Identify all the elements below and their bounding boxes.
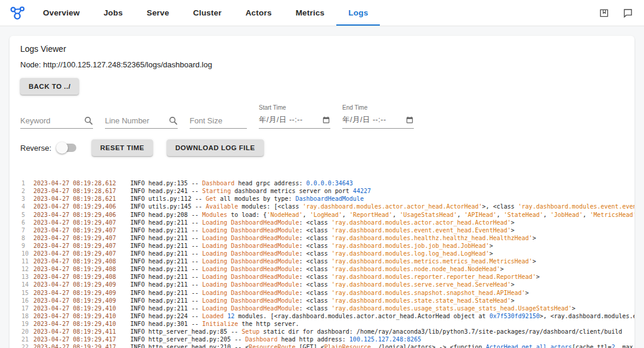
log-line-text: 2023-04-27 08:19:29,406 INFO head.py:208… — [33, 211, 634, 219]
log-line: 152023-04-27 08:19:29,409 INFO head.py:2… — [10, 289, 634, 297]
log-line-number: 20 — [10, 328, 33, 335]
log-line-number: 13 — [10, 273, 33, 281]
top-nav-bar: Overview Jobs Serve Cluster Actors Metri… — [0, 0, 644, 26]
log-line: 222023-04-27 08:19:29,417 INFO http_serv… — [10, 343, 634, 348]
line-number-field-wrap — [105, 116, 178, 129]
log-line-number: 8 — [10, 234, 33, 242]
back-button[interactable]: BACK TO ../ — [20, 78, 79, 95]
log-line: 62023-04-27 08:19:29,407 INFO head.py:21… — [10, 219, 634, 226]
log-line-number: 1 — [10, 179, 33, 187]
filter-row: Start Time 年/月/日 --:-- End Time 年/月/日 --… — [10, 104, 634, 129]
header-actions — [599, 0, 633, 26]
node-log-path: Node: http://100.125.127.248:52365/logs/… — [20, 60, 624, 69]
reset-time-button[interactable]: RESET TIME — [92, 139, 153, 156]
tab-metrics[interactable]: Metrics — [284, 0, 337, 26]
log-line-number: 22 — [10, 343, 33, 348]
log-viewer[interactable]: 12023-04-27 08:19:28,612 INFO head.py:13… — [10, 164, 634, 348]
log-line: 202023-04-27 08:19:29,411 INFO http_serv… — [10, 328, 634, 335]
log-line: 42023-04-27 08:19:29,406 INFO utils.py:1… — [10, 203, 634, 210]
log-line: 72023-04-27 08:19:29,407 INFO head.py:21… — [10, 226, 634, 234]
log-line: 132023-04-27 08:19:29,408 INFO head.py:2… — [10, 273, 634, 281]
log-line-text: 2023-04-27 08:19:29,406 INFO utils.py:14… — [33, 203, 634, 210]
datetime-placeholder: 年/月/日 --:-- — [342, 115, 386, 125]
log-line: 212023-04-27 08:19:29,417 INFO http_serv… — [10, 335, 634, 343]
tab-serve[interactable]: Serve — [135, 0, 181, 26]
tab-jobs[interactable]: Jobs — [92, 0, 135, 26]
start-time-label: Start Time — [259, 104, 330, 111]
reverse-toggle[interactable] — [56, 142, 78, 154]
log-line-number: 7 — [10, 226, 33, 234]
log-line-text: 2023-04-27 08:19:29,407 INFO head.py:211… — [33, 242, 493, 250]
tab-cluster[interactable]: Cluster — [181, 0, 234, 26]
tab-logs[interactable]: Logs — [336, 0, 380, 26]
log-line-text: 2023-04-27 08:19:29,411 INFO http_server… — [33, 328, 622, 335]
tab-overview[interactable]: Overview — [31, 0, 92, 26]
log-line: 92023-04-27 08:19:29,407 INFO head.py:21… — [10, 242, 634, 250]
log-line: 172023-04-27 08:19:29,410 INFO head.py:2… — [10, 304, 634, 312]
log-line-text: 2023-04-27 08:19:29,409 INFO head.py:211… — [33, 289, 529, 297]
search-icon — [84, 116, 93, 125]
log-line-number: 3 — [10, 195, 33, 203]
line-number-input[interactable] — [105, 116, 166, 125]
log-line-text: 2023-04-27 08:19:28,621 INFO utils.py:11… — [33, 195, 364, 203]
log-line-text: 2023-04-27 08:19:29,409 INFO head.py:211… — [33, 281, 515, 288]
log-line-number: 19 — [10, 320, 33, 328]
controls-row: Reverse: RESET TIME DOWNLOAD LOG FILE — [10, 139, 634, 156]
datetime-placeholder: 年/月/日 --:-- — [259, 115, 303, 125]
ray-logo-icon — [8, 4, 26, 22]
log-line-number: 11 — [10, 257, 33, 265]
calendar-icon[interactable] — [322, 116, 330, 125]
log-line-text: 2023-04-27 08:19:28,617 INFO head.py:241… — [33, 187, 371, 195]
log-line-text: 2023-04-27 08:19:29,417 INFO http_server… — [33, 343, 634, 348]
log-line: 102023-04-27 08:19:29,407 INFO head.py:2… — [10, 250, 634, 257]
log-line-text: 2023-04-27 08:19:29,417 INFO http_server… — [33, 335, 421, 343]
start-time-input[interactable]: 年/月/日 --:-- — [259, 115, 330, 129]
log-line: 122023-04-27 08:19:29,408 INFO head.py:2… — [10, 265, 634, 273]
log-line-text: 2023-04-27 08:19:29,407 INFO head.py:211… — [33, 226, 515, 234]
keyword-input[interactable] — [20, 116, 82, 125]
keyword-field-wrap — [20, 116, 93, 129]
docs-icon[interactable] — [599, 8, 609, 18]
nav-tabs: Overview Jobs Serve Cluster Actors Metri… — [31, 0, 380, 26]
log-line-text: 2023-04-27 08:19:29,407 INFO head.py:211… — [33, 219, 515, 226]
log-line-number: 2 — [10, 187, 33, 195]
feedback-icon[interactable] — [623, 8, 633, 18]
tab-actors[interactable]: Actors — [234, 0, 284, 26]
log-line-text: 2023-04-27 08:19:29,407 INFO head.py:211… — [33, 250, 493, 257]
log-line-number: 5 — [10, 211, 33, 219]
log-line-text: 2023-04-27 08:19:29,407 INFO head.py:211… — [33, 234, 536, 242]
log-line-text: 2023-04-27 08:19:29,410 INFO head.py:224… — [33, 312, 634, 320]
log-line: 162023-04-27 08:19:29,409 INFO head.py:2… — [10, 297, 634, 304]
page-title: Logs Viewer — [20, 44, 624, 54]
log-line-number: 17 — [10, 304, 33, 312]
log-line-number: 16 — [10, 297, 33, 304]
log-line-text: 2023-04-27 08:19:29,410 INFO head.py:211… — [33, 304, 575, 312]
log-line: 182023-04-27 08:19:29,410 INFO head.py:2… — [10, 312, 634, 320]
log-line-number: 10 — [10, 250, 33, 257]
reverse-control: Reverse: — [20, 142, 78, 154]
search-icon — [169, 116, 178, 125]
log-line-text: 2023-04-27 08:19:29,409 INFO head.py:211… — [33, 297, 515, 304]
calendar-icon[interactable] — [405, 116, 414, 125]
toggle-thumb — [56, 142, 68, 154]
end-time-input[interactable]: 年/月/日 --:-- — [342, 115, 414, 129]
log-line-number: 18 — [10, 312, 33, 320]
log-line-number: 14 — [10, 281, 33, 288]
log-line-number: 4 — [10, 203, 33, 210]
log-line-text: 2023-04-27 08:19:28,612 INFO head.py:135… — [33, 179, 353, 187]
ray-logo[interactable] — [6, 0, 31, 26]
log-line: 22023-04-27 08:19:28,617 INFO head.py:24… — [10, 187, 634, 195]
log-line-number: 21 — [10, 335, 33, 343]
log-line-text: 2023-04-27 08:19:29,410 INFO head.py:301… — [33, 320, 299, 328]
log-line-text: 2023-04-27 08:19:29,408 INFO head.py:211… — [33, 257, 536, 265]
log-line: 112023-04-27 08:19:29,408 INFO head.py:2… — [10, 257, 634, 265]
log-line-number: 12 — [10, 265, 33, 273]
log-lines: 12023-04-27 08:19:28,612 INFO head.py:13… — [10, 179, 634, 348]
font-size-input[interactable] — [190, 116, 247, 125]
start-time-field-wrap: Start Time 年/月/日 --:-- — [259, 104, 330, 129]
log-line: 192023-04-27 08:19:29,410 INFO head.py:3… — [10, 320, 634, 328]
logs-viewer-card: Logs Viewer Node: http://100.125.127.248… — [10, 36, 634, 348]
font-size-field-wrap — [190, 116, 247, 129]
log-line: 52023-04-27 08:19:29,406 INFO head.py:20… — [10, 211, 634, 219]
download-log-file-button[interactable]: DOWNLOAD LOG FILE — [167, 139, 264, 156]
